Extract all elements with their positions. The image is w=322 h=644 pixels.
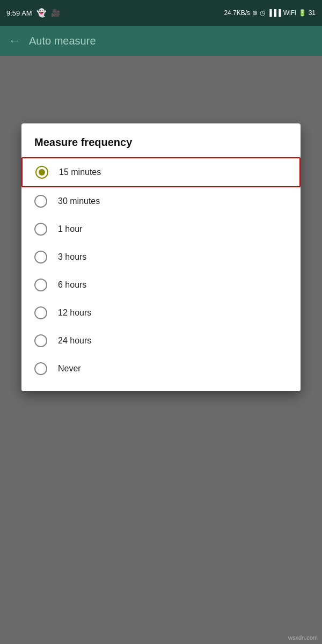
signal-icon: ▐▐▐ (267, 9, 281, 17)
status-bar-right: 24.7KB/s ⊛ ◷ ▐▐▐ WiFi 🔋 31 (224, 9, 316, 17)
status-time: 9:59 AM (6, 9, 32, 17)
app-bar-title: Auto measure (29, 35, 96, 47)
radio-label-30min: 30 minutes (58, 196, 100, 206)
radio-label-3hr: 3 hours (58, 252, 86, 262)
radio-label-6hr: 6 hours (58, 280, 86, 290)
network-speed: 24.7KB/s (224, 9, 250, 17)
radio-option-6hr[interactable]: 6 hours (21, 271, 301, 299)
radio-label-15min: 15 minutes (59, 167, 101, 177)
status-bar: 9:59 AM 👻 🎥 24.7KB/s ⊛ ◷ ▐▐▐ WiFi 🔋 31 (0, 0, 322, 26)
radio-option-15min[interactable]: 15 minutes (21, 157, 301, 187)
battery-icon: 🔋 (298, 9, 306, 17)
dialog-title: Measure frequency (21, 136, 301, 157)
radio-circle-6hr (34, 279, 47, 291)
measure-frequency-dialog: Measure frequency 15 minutes 30 minutes … (21, 123, 301, 391)
wifi-icon: WiFi (283, 9, 296, 17)
radio-circle-12hr (34, 306, 47, 319)
radio-label-24hr: 24 hours (58, 336, 91, 346)
watermark: wsxdn.com (288, 634, 318, 641)
camera-icon: 🎥 (51, 9, 60, 17)
radio-circle-1hr (34, 223, 47, 236)
battery-level: 31 (309, 9, 316, 17)
radio-option-3hr[interactable]: 3 hours (21, 243, 301, 271)
alarm-icon: ◷ (260, 9, 265, 17)
status-bar-left: 9:59 AM 👻 🎥 (6, 8, 60, 18)
radio-label-never: Never (58, 364, 81, 374)
radio-label-1hr: 1 hour (58, 224, 82, 234)
radio-label-12hr: 12 hours (58, 308, 91, 318)
radio-option-1hr[interactable]: 1 hour (21, 215, 301, 243)
radio-circle-15min (35, 166, 48, 179)
app-bar: ← Auto measure (0, 26, 322, 56)
snapchat-icon: 👻 (36, 8, 47, 18)
radio-option-24hr[interactable]: 24 hours (21, 327, 301, 355)
radio-option-30min[interactable]: 30 minutes (21, 187, 301, 215)
radio-option-12hr[interactable]: 12 hours (21, 299, 301, 327)
radio-circle-never (34, 362, 47, 375)
radio-circle-3hr (34, 251, 47, 264)
bluetooth-icon: ⊛ (252, 9, 258, 17)
radio-option-never[interactable]: Never (21, 355, 301, 383)
radio-circle-24hr (34, 334, 47, 347)
back-button[interactable]: ← (9, 34, 20, 48)
radio-circle-30min (34, 195, 47, 208)
